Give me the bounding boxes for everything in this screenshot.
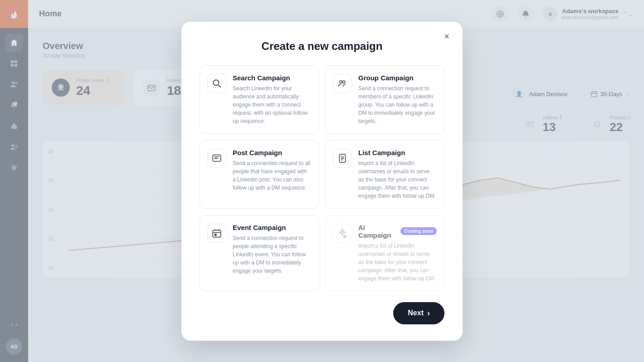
ai-campaign-content: AI Campaign Coming soon Import a list of…	[358, 224, 437, 283]
svg-rect-38	[215, 234, 216, 235]
campaign-card-group[interactable]: Group Campaign Send a connection request…	[325, 65, 444, 134]
modal-footer: Next ›	[200, 302, 444, 324]
list-campaign-icon	[333, 149, 352, 168]
event-campaign-desc: Send a connection request to people atte…	[233, 234, 311, 275]
campaign-grid: Search Campaign Search LinkedIn for your…	[200, 65, 444, 291]
campaign-card-ai: AI Campaign Coming soon Import a list of…	[325, 215, 444, 291]
campaign-card-post[interactable]: Post Campaign Send a connection request …	[200, 140, 319, 209]
next-button[interactable]: Next ›	[393, 302, 444, 324]
modal-close-button[interactable]: ×	[440, 30, 454, 44]
svg-point-33	[340, 80, 342, 83]
modal-title: Create a new campaign	[200, 40, 444, 53]
campaign-card-list[interactable]: List Campaign Import a list of LinkedIn …	[325, 140, 444, 209]
svg-point-31	[213, 80, 219, 85]
event-campaign-icon	[207, 224, 226, 243]
search-campaign-content: Search Campaign Search LinkedIn for your…	[233, 74, 311, 125]
post-campaign-title: Post Campaign	[233, 149, 311, 157]
svg-rect-37	[213, 230, 221, 237]
post-campaign-content: Post Campaign Send a connection request …	[233, 149, 311, 200]
campaign-card-search[interactable]: Search Campaign Search LinkedIn for your…	[200, 65, 319, 134]
next-arrow-icon: ›	[427, 308, 430, 318]
coming-soon-badge: Coming soon	[400, 227, 437, 235]
event-campaign-content: Event Campaign Send a connection request…	[233, 224, 311, 283]
svg-line-32	[218, 85, 221, 88]
group-campaign-icon	[333, 74, 352, 93]
campaign-card-event[interactable]: Event Campaign Send a connection request…	[200, 215, 319, 291]
list-campaign-desc: Import a list of LinkedIn usernames or e…	[358, 159, 437, 200]
post-campaign-desc: Send a connection request to all people …	[233, 159, 311, 192]
group-campaign-title: Group Campaign	[358, 74, 437, 82]
campaign-modal: × Create a new campaign Search Campaign …	[181, 22, 463, 341]
search-campaign-desc: Search LinkedIn for your audience and au…	[233, 84, 311, 125]
search-campaign-title: Search Campaign	[233, 74, 311, 82]
group-campaign-desc: Send a connection request to members of …	[358, 84, 437, 125]
group-campaign-content: Group Campaign Send a connection request…	[358, 74, 437, 125]
ai-campaign-title: AI Campaign Coming soon	[358, 224, 437, 239]
ai-campaign-desc: Import a list of LinkedIn usernames or e…	[358, 242, 437, 283]
event-campaign-title: Event Campaign	[233, 224, 311, 231]
list-campaign-content: List Campaign Import a list of LinkedIn …	[358, 149, 437, 200]
modal-overlay[interactable]: × Create a new campaign Search Campaign …	[0, 0, 644, 362]
list-campaign-title: List Campaign	[358, 149, 437, 157]
search-campaign-icon	[207, 74, 226, 93]
post-campaign-icon	[207, 149, 226, 168]
ai-campaign-icon	[333, 224, 352, 243]
svg-point-34	[343, 80, 346, 83]
next-button-label: Next	[408, 309, 424, 317]
